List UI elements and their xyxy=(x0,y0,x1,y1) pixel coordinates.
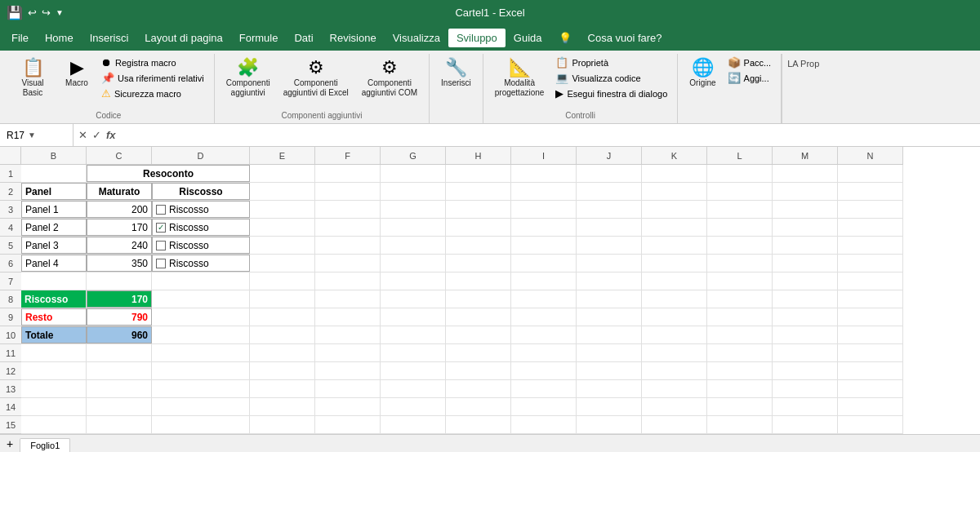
cell-l1[interactable] xyxy=(707,165,773,182)
menu-inserisci[interactable]: Inserisci xyxy=(82,29,137,47)
cell-d3[interactable]: Riscosso xyxy=(152,201,250,218)
cell-g7[interactable] xyxy=(381,273,446,290)
cell-f7[interactable] xyxy=(315,273,381,290)
cell-b6[interactable]: Panel 4 xyxy=(21,255,87,272)
cell-f2[interactable] xyxy=(315,183,381,200)
cell-e6[interactable] xyxy=(250,255,315,272)
cell-f6[interactable] xyxy=(315,255,381,272)
cell-g8[interactable] xyxy=(381,290,446,308)
cell-d8[interactable] xyxy=(152,290,250,308)
cell-e1[interactable] xyxy=(250,165,315,182)
cell-b5[interactable]: Panel 3 xyxy=(21,237,87,254)
cell-k5[interactable] xyxy=(642,237,707,254)
cell-k2[interactable] xyxy=(642,183,707,200)
componenti-excel-button[interactable]: ⚙ Componentiaggiuntivi di Excel xyxy=(278,55,354,101)
cell-l2[interactable] xyxy=(707,183,773,200)
cell-k6[interactable] xyxy=(642,255,707,272)
cell-j4[interactable] xyxy=(577,219,642,236)
menu-lightbulb-icon[interactable]: 💡 xyxy=(550,29,580,47)
cell-j3[interactable] xyxy=(577,201,642,218)
cell-ref-dropdown-icon[interactable]: ▼ xyxy=(28,131,36,140)
undo-icon[interactable]: ↩ xyxy=(28,7,37,19)
cell-g1[interactable] xyxy=(381,165,446,182)
cell-d5[interactable]: Riscosso xyxy=(152,237,250,254)
cell-h2[interactable] xyxy=(446,183,511,200)
cell-f4[interactable] xyxy=(315,219,381,236)
cell-l8[interactable] xyxy=(707,290,773,308)
cell-l4[interactable] xyxy=(707,219,773,236)
cancel-formula-icon[interactable]: ✕ xyxy=(78,129,87,141)
cell-j1[interactable] xyxy=(577,165,642,182)
menu-file[interactable]: File xyxy=(3,29,37,47)
checkbox-panel3[interactable] xyxy=(156,241,166,250)
cell-i5[interactable] xyxy=(511,237,577,254)
cell-e5[interactable] xyxy=(250,237,315,254)
cell-i6[interactable] xyxy=(511,255,577,272)
sheet-tab-foglio1[interactable]: Foglio1 xyxy=(20,438,70,452)
cell-b9-resto-label[interactable]: Resto xyxy=(21,308,87,326)
cell-n6[interactable] xyxy=(838,255,903,272)
cell-j5[interactable] xyxy=(577,237,642,254)
cell-e9[interactable] xyxy=(250,308,315,326)
cell-c4[interactable]: 170 xyxy=(87,219,152,236)
cell-n4[interactable] xyxy=(838,219,903,236)
cell-m7[interactable] xyxy=(773,273,838,290)
cell-l9[interactable] xyxy=(707,308,773,326)
cell-c2[interactable]: Maturato xyxy=(87,183,152,200)
cell-k10[interactable] xyxy=(642,326,707,343)
cell-l6[interactable] xyxy=(707,255,773,272)
confirm-formula-icon[interactable]: ✓ xyxy=(92,129,101,141)
cell-h5[interactable] xyxy=(446,237,511,254)
cell-e8[interactable] xyxy=(250,290,315,308)
macro-button[interactable]: ▶ Macro xyxy=(59,55,95,91)
cell-f5[interactable] xyxy=(315,237,381,254)
cell-i1[interactable] xyxy=(511,165,577,182)
cell-m3[interactable] xyxy=(773,201,838,218)
cell-m4[interactable] xyxy=(773,219,838,236)
origine-button[interactable]: 🌐 Origine xyxy=(684,55,720,91)
cell-j7[interactable] xyxy=(577,273,642,290)
cell-m1[interactable] xyxy=(773,165,838,182)
checkbox-panel2[interactable]: ✓ xyxy=(156,223,166,233)
cell-i8[interactable] xyxy=(511,290,577,308)
cell-m6[interactable] xyxy=(773,255,838,272)
proprieta-button[interactable]: 📋 Proprietà xyxy=(552,55,670,69)
cell-j8[interactable] xyxy=(577,290,642,308)
cell-k1[interactable] xyxy=(642,165,707,182)
cell-g9[interactable] xyxy=(381,308,446,326)
cell-d11[interactable] xyxy=(152,344,250,361)
formula-input[interactable] xyxy=(121,124,980,146)
checkbox-panel4[interactable] xyxy=(156,259,166,268)
cell-b1[interactable] xyxy=(21,165,87,182)
cell-m8[interactable] xyxy=(773,290,838,308)
cell-l10[interactable] xyxy=(707,326,773,343)
cell-n1[interactable] xyxy=(838,165,903,182)
menu-home[interactable]: Home xyxy=(37,29,82,47)
cell-h1[interactable] xyxy=(446,165,511,182)
cell-k4[interactable] xyxy=(642,219,707,236)
cell-c10-totale-value[interactable]: 960 xyxy=(87,326,152,343)
registra-macro-button[interactable]: ⏺ Registra macro xyxy=(98,55,207,69)
cell-h8[interactable] xyxy=(446,290,511,308)
cell-j10[interactable] xyxy=(577,326,642,343)
cell-f3[interactable] xyxy=(315,201,381,218)
cell-h4[interactable] xyxy=(446,219,511,236)
menu-layout[interactable]: Layout di pagina xyxy=(136,29,230,47)
cell-n7[interactable] xyxy=(838,273,903,290)
cell-c7[interactable] xyxy=(87,273,152,290)
cell-d4[interactable]: ✓ Riscosso xyxy=(152,219,250,236)
cell-l7[interactable] xyxy=(707,273,773,290)
cell-m2[interactable] xyxy=(773,183,838,200)
cell-e10[interactable] xyxy=(250,326,315,343)
visualizza-codice-button[interactable]: 💻 Visualizza codice xyxy=(552,71,670,85)
cell-i9[interactable] xyxy=(511,308,577,326)
cell-n2[interactable] xyxy=(838,183,903,200)
cell-h10[interactable] xyxy=(446,326,511,343)
cell-i2[interactable] xyxy=(511,183,577,200)
menu-search[interactable]: Cosa vuoi fare? xyxy=(580,29,670,47)
cell-f1[interactable] xyxy=(315,165,381,182)
aggiorna-button[interactable]: 🔄 Aggi... xyxy=(724,71,775,85)
cell-n8[interactable] xyxy=(838,290,903,308)
insert-function-icon[interactable]: fx xyxy=(106,129,116,141)
cell-c3[interactable]: 200 xyxy=(87,201,152,218)
